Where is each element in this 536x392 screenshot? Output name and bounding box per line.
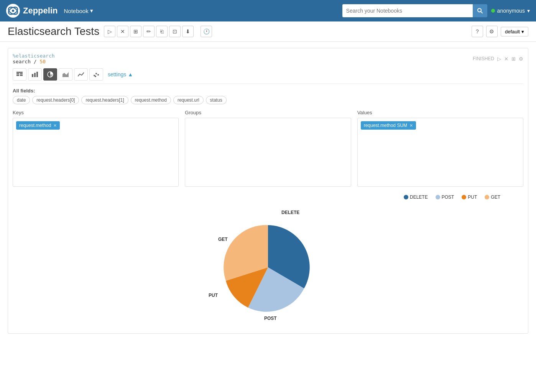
legend-get-label: GET (491, 194, 500, 200)
svg-point-16 (97, 74, 99, 76)
svg-rect-9 (20, 75, 23, 76)
svg-rect-6 (16, 73, 19, 74)
header-left: Zeppelin Notebook ▾ (6, 4, 93, 18)
field-tag-req-headers-0[interactable]: request.headers[0] (32, 96, 79, 104)
legend-put-dot (462, 195, 466, 199)
clear-button[interactable]: ⎗ (156, 26, 168, 37)
cell-status-text: FINISHED (473, 56, 494, 61)
keys-badge-remove[interactable]: ✕ (53, 123, 57, 128)
legend-post-dot (436, 195, 440, 199)
page-title: Elasticsearch Tests (8, 25, 99, 38)
default-dropdown[interactable]: default ▾ (501, 27, 528, 36)
keys-label: Keys (13, 110, 179, 115)
cell: %elasticsearch search / 50 FINISHED ▷ ✕ … (8, 48, 528, 334)
line-chart-btn[interactable] (74, 68, 88, 81)
stop-button[interactable]: ✕ (117, 26, 128, 37)
help-button[interactable]: ? (472, 26, 483, 37)
legend-post-label: POST (442, 194, 454, 200)
keys-badge-text: request.method (19, 123, 51, 128)
scatter-chart-btn[interactable] (89, 68, 103, 81)
stop-cell-icon[interactable]: ✕ (504, 56, 508, 62)
settings-link[interactable]: settings ▲ (108, 71, 133, 77)
cell-code-line2: search / 50 (13, 59, 55, 64)
cell-settings-icon[interactable]: ⚙ (519, 56, 523, 62)
header-right: anonymous ▾ (342, 4, 530, 17)
legend-put-label: PUT (468, 194, 477, 200)
search-input[interactable] (342, 4, 473, 17)
run-cell-icon[interactable]: ▷ (497, 56, 501, 62)
svg-point-15 (95, 73, 97, 74)
line-chart-icon (78, 72, 84, 77)
show-hide-button[interactable]: ⊞ (130, 26, 141, 37)
label-post: POST (264, 316, 277, 321)
cell-header: %elasticsearch search / 50 FINISHED ▷ ✕ … (13, 53, 523, 64)
table-view-btn[interactable] (13, 68, 26, 81)
cell-code-line1: %elasticsearch (13, 53, 55, 59)
scatter-icon (93, 72, 99, 77)
download-button[interactable]: ⬇ (182, 26, 194, 37)
legend-delete-label: DELETE (410, 194, 428, 200)
area-chart-icon (62, 72, 69, 77)
cell-status: FINISHED ▷ ✕ ⊞ ⚙ (473, 56, 523, 62)
pie-chart-btn[interactable] (43, 68, 57, 81)
field-tag-date[interactable]: date (13, 96, 30, 104)
legend-get: GET (485, 194, 500, 200)
search-icon (477, 8, 483, 14)
legend-get-dot (485, 195, 489, 199)
values-badge-text: request.method SUM (364, 123, 407, 128)
values-badge-remove[interactable]: ✕ (409, 123, 413, 128)
groups-column: Groups (185, 110, 351, 187)
legend-delete-dot (404, 195, 408, 199)
values-box[interactable]: request.method SUM ✕ (357, 118, 523, 187)
table-icon (16, 72, 23, 77)
label-put: PUT (209, 293, 218, 298)
bar-chart-btn[interactable] (28, 68, 42, 81)
logo-text: Zeppelin (23, 6, 58, 16)
cell-code: %elasticsearch search / 50 (13, 53, 55, 64)
field-tag-req-url[interactable]: request.url (173, 96, 204, 104)
chart-area: DELETE POST PUT GET (13, 194, 523, 329)
svg-point-2 (12, 10, 14, 12)
field-tag-status[interactable]: status (206, 96, 227, 104)
notebook-toolbar: ▷ ✕ ⊞ ✏ ⎗ ⊡ ⬇ 🕐 (104, 26, 212, 37)
bar-chart-icon (32, 72, 38, 77)
pie-chart: DELETE POST PUT GET (207, 206, 329, 329)
pie-chart-svg (207, 206, 329, 329)
svg-rect-11 (34, 73, 36, 77)
label-delete: DELETE (281, 210, 299, 215)
field-tag-req-headers-1[interactable]: request.headers[1] (81, 96, 128, 104)
values-column: Values request.method SUM ✕ (357, 110, 523, 187)
svg-point-17 (95, 76, 96, 77)
legend-put: PUT (462, 194, 477, 200)
edit-button[interactable]: ✏ (143, 26, 155, 37)
svg-rect-12 (36, 72, 38, 77)
run-all-button[interactable]: ▷ (104, 26, 115, 37)
legend-post: POST (436, 194, 454, 200)
page-title-bar: Elasticsearch Tests ▷ ✕ ⊞ ✏ ⎗ ⊡ ⬇ 🕐 ? ⚙ … (0, 21, 536, 42)
keys-box[interactable]: request.method ✕ (13, 118, 179, 187)
show-code-icon[interactable]: ⊞ (511, 56, 516, 62)
settings-button[interactable]: ⚙ (486, 26, 498, 37)
values-label: Values (357, 110, 523, 115)
chart-legend: DELETE POST PUT GET (404, 194, 500, 200)
schedule-button[interactable]: 🕐 (201, 26, 212, 37)
keys-column: Keys request.method ✕ (13, 110, 179, 187)
svg-rect-5 (16, 72, 23, 73)
keys-badge: request.method ✕ (16, 121, 60, 130)
user-name: anonymous (497, 8, 525, 14)
svg-rect-8 (16, 75, 19, 76)
area-chart-btn[interactable] (59, 68, 72, 81)
groups-box[interactable] (185, 118, 351, 187)
search-button[interactable] (473, 4, 487, 17)
notebook-nav[interactable]: Notebook ▾ (64, 7, 93, 14)
user-menu[interactable]: anonymous ▾ (491, 8, 530, 14)
field-tag-req-method[interactable]: request.method (131, 96, 171, 104)
header: Zeppelin Notebook ▾ anonymous ▾ (0, 0, 536, 21)
notebook-content: %elasticsearch search / 50 FINISHED ▷ ✕ … (0, 42, 536, 340)
logo-icon (6, 4, 20, 18)
kgv-section: Keys request.method ✕ Groups Values requ… (13, 110, 523, 187)
pie-chart-icon (47, 71, 53, 77)
fields-label: All fields: (13, 88, 523, 94)
clone-button[interactable]: ⊡ (169, 26, 181, 37)
label-get: GET (218, 237, 228, 242)
